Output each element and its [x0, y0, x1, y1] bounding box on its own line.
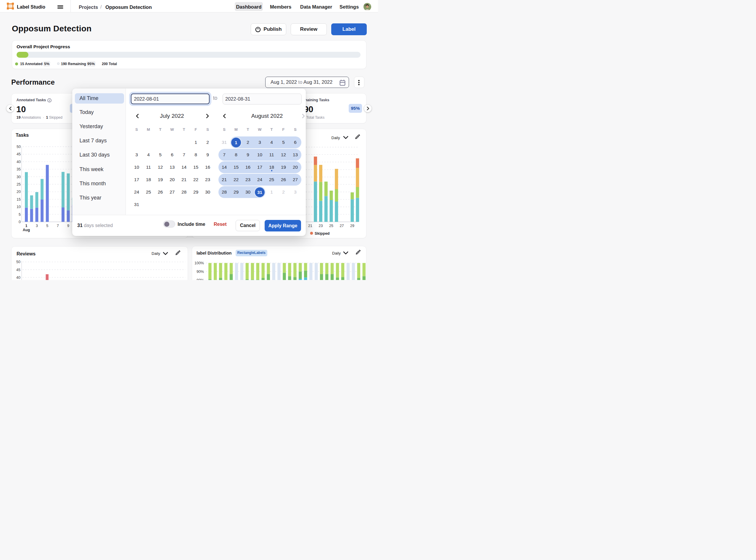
svg-text:40: 40	[17, 160, 21, 164]
svg-text:35: 35	[17, 167, 21, 172]
svg-text:9: 9	[67, 224, 69, 228]
svg-text:Skipped: Skipped	[315, 231, 330, 236]
svg-text:45: 45	[17, 152, 21, 156]
svg-text:100%: 100%	[195, 261, 204, 265]
svg-text:30: 30	[17, 175, 21, 179]
svg-text:0: 0	[19, 220, 21, 224]
svg-text:23: 23	[319, 224, 323, 228]
svg-text:5: 5	[46, 224, 48, 228]
svg-text:20: 20	[17, 190, 21, 194]
svg-text:Aug: Aug	[23, 228, 30, 232]
svg-text:Daily: Daily	[152, 251, 160, 256]
svg-text:27: 27	[340, 224, 344, 228]
svg-text:7: 7	[57, 224, 59, 228]
svg-text:45: 45	[16, 268, 20, 272]
svg-text:50: 50	[17, 145, 21, 149]
svg-text:40: 40	[16, 276, 20, 280]
svg-text:5: 5	[19, 213, 21, 217]
svg-text:Daily: Daily	[332, 251, 341, 256]
svg-text:10: 10	[17, 205, 21, 209]
svg-text:15: 15	[17, 197, 21, 202]
svg-text:Daily: Daily	[332, 136, 340, 140]
svg-text:80%: 80%	[197, 278, 204, 280]
svg-text:29: 29	[350, 224, 354, 228]
svg-text:21: 21	[308, 224, 312, 228]
svg-text:1: 1	[25, 224, 27, 228]
svg-text:25: 25	[329, 224, 333, 228]
svg-text:90%: 90%	[197, 269, 204, 274]
svg-text:25: 25	[17, 182, 21, 186]
svg-text:50: 50	[16, 260, 20, 264]
svg-text:3: 3	[36, 224, 38, 228]
